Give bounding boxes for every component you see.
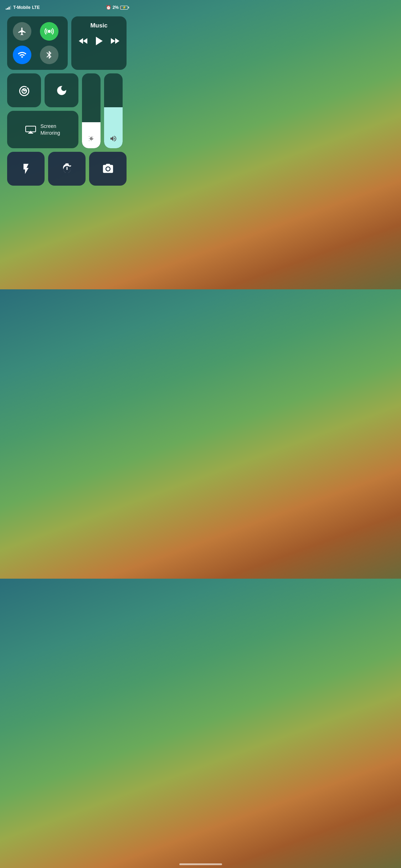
control-center: Music — [0, 13, 134, 189]
do-not-disturb-button[interactable] — [45, 73, 78, 107]
alarm-icon: ⏰ — [106, 5, 111, 10]
row-connectivity-music: Music — [7, 16, 127, 70]
brightness-icon — [87, 135, 95, 144]
charging-icon: ⚡ — [122, 6, 126, 9]
status-right: ⏰ 2% ⚡ — [106, 5, 128, 10]
music-panel[interactable]: Music — [71, 16, 127, 70]
fast-forward-icon — [110, 37, 120, 45]
timer-icon — [61, 163, 73, 175]
battery-icon: ⚡ — [120, 6, 128, 10]
volume-icon — [109, 135, 117, 144]
rotation-lock-icon — [18, 84, 30, 97]
rewind-icon — [78, 37, 88, 45]
svg-marker-3 — [96, 37, 103, 45]
screen-mirroring-icon — [25, 125, 36, 134]
small-buttons-row — [7, 73, 78, 107]
carrier-label: T-Mobile — [13, 5, 31, 10]
timer-button[interactable] — [48, 152, 86, 186]
brightness-slider[interactable] — [82, 73, 101, 148]
bluetooth-button[interactable] — [40, 46, 58, 64]
svg-marker-4 — [111, 38, 115, 44]
play-button[interactable] — [95, 36, 103, 46]
controls-left: Screen Mirroring — [7, 73, 78, 148]
airplane-icon — [17, 27, 27, 36]
svg-marker-2 — [83, 38, 87, 44]
camera-icon — [102, 163, 114, 175]
screen-mirroring-label: Screen Mirroring — [40, 123, 60, 136]
status-left: T-Mobile LTE — [6, 5, 40, 10]
cellular-icon — [45, 27, 54, 36]
svg-marker-1 — [79, 38, 83, 44]
camera-button[interactable] — [89, 152, 127, 186]
screen-rotation-button[interactable] — [7, 73, 41, 107]
wifi-button[interactable] — [13, 46, 31, 64]
svg-point-6 — [23, 90, 25, 92]
airplane-mode-button[interactable] — [13, 22, 31, 41]
battery-fill — [121, 6, 121, 9]
status-bar: T-Mobile LTE ⏰ 2% ⚡ — [0, 0, 134, 13]
sliders-group — [82, 73, 123, 148]
fast-forward-button[interactable] — [110, 37, 120, 45]
bluetooth-icon — [45, 50, 54, 60]
rewind-button[interactable] — [78, 37, 88, 45]
wifi-icon — [17, 50, 27, 60]
flashlight-icon — [20, 163, 32, 175]
battery-percent: 2% — [113, 5, 119, 10]
screen-mirroring-button[interactable]: Screen Mirroring — [7, 111, 78, 148]
moon-icon — [56, 84, 68, 97]
utility-buttons-row — [7, 152, 127, 186]
svg-marker-5 — [115, 38, 119, 44]
row-controls-sliders: Screen Mirroring — [7, 73, 127, 148]
signal-icon — [6, 5, 11, 10]
volume-slider[interactable] — [104, 73, 123, 148]
music-controls — [77, 36, 121, 46]
connectivity-panel — [7, 16, 68, 70]
svg-point-0 — [48, 30, 51, 33]
play-icon — [95, 36, 103, 46]
music-title: Music — [77, 22, 121, 29]
svg-point-11 — [90, 138, 92, 140]
network-type-label: LTE — [32, 5, 40, 10]
cellular-data-button[interactable] — [40, 22, 58, 41]
flashlight-button[interactable] — [7, 152, 45, 186]
